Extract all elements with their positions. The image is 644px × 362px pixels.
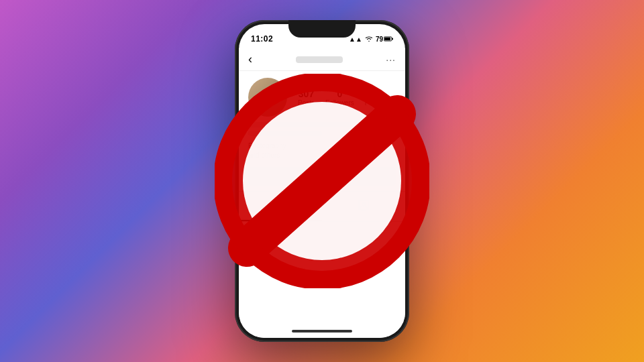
svg-rect-1 xyxy=(384,38,390,40)
ban-symbol xyxy=(215,74,429,288)
wifi-icon xyxy=(365,35,373,43)
battery-icon: 79 xyxy=(376,36,393,43)
svg-rect-2 xyxy=(392,38,393,40)
status-icons: ▲▲ 79 xyxy=(349,35,393,43)
signal-icon: ▲▲ xyxy=(349,36,362,43)
more-options-button[interactable]: ··· xyxy=(386,54,396,65)
status-time: 11:02 xyxy=(251,34,273,44)
phone-notch xyxy=(288,20,356,38)
ig-nav: ‹ ··· xyxy=(239,48,405,71)
username-placeholder xyxy=(296,56,343,63)
back-button[interactable]: ‹ xyxy=(248,52,252,66)
home-indicator xyxy=(292,330,352,333)
